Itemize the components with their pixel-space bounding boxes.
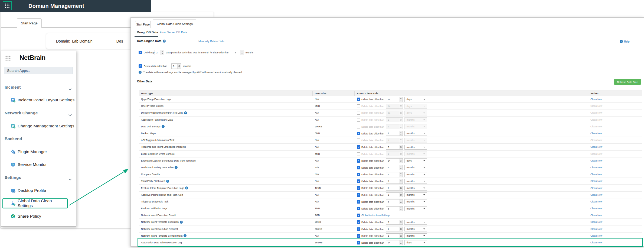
menu-section-network-change[interactable]: Network Change <box>1 107 76 120</box>
days-value-input[interactable] <box>386 234 399 238</box>
stepper-arrows-icon[interactable] <box>161 50 164 55</box>
info-icon[interactable]: i <box>166 180 169 183</box>
info-icon[interactable]: i <box>184 111 187 114</box>
stepper-arrows-icon[interactable] <box>399 97 403 102</box>
manually-delete-data-link[interactable]: Manually Delete Data <box>198 40 224 43</box>
days-value-input[interactable] <box>386 145 399 149</box>
auto-clean-checkbox[interactable] <box>357 118 360 122</box>
auto-clean-checkbox[interactable] <box>357 193 360 197</box>
auto-clean-checkbox[interactable] <box>357 98 360 101</box>
rule1-months-input[interactable] <box>233 50 240 55</box>
unit-select[interactable]: months <box>404 206 427 211</box>
unit-select[interactable]: months <box>404 227 427 231</box>
clean-now-link[interactable]: Clean Now <box>590 180 602 182</box>
stepper-arrows-icon[interactable] <box>399 234 403 238</box>
unit-select[interactable]: months <box>404 192 427 197</box>
rule2-value-input[interactable] <box>172 64 177 69</box>
days-value-input[interactable] <box>386 220 399 224</box>
unit-select[interactable]: months <box>404 172 427 177</box>
menu-section-incident[interactable]: Incident <box>1 81 76 94</box>
info-icon[interactable]: i <box>175 166 178 169</box>
auto-clean-checkbox[interactable] <box>357 145 360 149</box>
clean-now-link[interactable]: Clean Now <box>590 146 602 148</box>
unit-select[interactable]: months <box>404 145 427 150</box>
unit-select[interactable]: days <box>404 158 427 163</box>
sidebar-item-desktop-profile[interactable]: ✓Desktop Profile <box>1 184 76 197</box>
days-value-input[interactable] <box>386 186 399 190</box>
rule1-checkbox[interactable] <box>139 51 142 54</box>
menu-grid-icon[interactable] <box>5 55 11 62</box>
clean-now-link[interactable]: Clean Now <box>590 194 602 196</box>
clean-now-link[interactable]: Clean Now <box>590 241 602 244</box>
clean-now-link[interactable]: Clean Now <box>590 166 602 169</box>
sidebar-item-incident-portal-layout-settings[interactable]: ✓Incident Portal Layout Settings <box>1 94 76 107</box>
clean-now-link[interactable]: Clean Now <box>590 187 602 189</box>
unit-select[interactable]: months <box>404 131 427 136</box>
clean-now-link[interactable]: Clean Now <box>590 200 602 203</box>
unit-select[interactable]: months <box>404 199 427 204</box>
unit-select[interactable]: months <box>404 179 427 184</box>
sidebar-item-share-policy[interactable]: Share Policy <box>1 210 76 223</box>
help-link[interactable]: ? Help <box>620 40 630 43</box>
info-icon[interactable]: i <box>185 186 188 189</box>
auto-clean-checkbox[interactable] <box>357 111 360 115</box>
auto-clean-checkbox[interactable] <box>357 186 360 190</box>
auto-clean-checkbox[interactable] <box>357 152 360 156</box>
unit-select[interactable]: months <box>404 220 427 225</box>
unit-select[interactable]: months <box>404 233 427 238</box>
info-icon[interactable]: i <box>184 234 187 237</box>
auto-clean-checkbox[interactable] <box>357 220 360 224</box>
tab-start-page[interactable]: Start Page <box>135 21 151 28</box>
clean-now-link[interactable]: Clean Now <box>590 132 602 135</box>
chevron-down-icon[interactable] <box>68 112 72 117</box>
auto-clean-checkbox[interactable] <box>357 125 360 128</box>
rule2-checkbox[interactable] <box>139 64 142 68</box>
days-value-input[interactable] <box>386 240 399 245</box>
stepper-arrows-icon[interactable] <box>399 179 403 183</box>
clean-now-link[interactable]: Clean Now <box>590 159 602 162</box>
auto-clean-checkbox[interactable] <box>357 214 360 217</box>
stepper-arrows-icon[interactable] <box>399 145 403 149</box>
chevron-down-icon[interactable] <box>68 86 72 91</box>
clean-now-link[interactable]: Clean Now <box>590 207 602 210</box>
stepper-arrows-icon[interactable] <box>399 193 403 197</box>
auto-clean-checkbox[interactable] <box>357 207 360 210</box>
days-value-input[interactable] <box>386 165 399 170</box>
days-value-input[interactable] <box>386 97 399 102</box>
clean-now-link[interactable]: Clean Now <box>590 98 602 101</box>
tab-global-data-clean-settings[interactable]: Global Data Clean Settings × <box>153 20 196 28</box>
auto-clean-checkbox[interactable] <box>357 173 360 176</box>
stepper-arrows-icon[interactable] <box>399 186 403 190</box>
days-value-input[interactable] <box>386 227 399 231</box>
info-icon[interactable]: i <box>162 125 165 128</box>
tab-start-page-back[interactable]: Start Page <box>17 18 42 28</box>
days-value-input[interactable] <box>386 172 399 177</box>
auto-clean-checkbox[interactable] <box>357 139 360 142</box>
stepper-arrows-icon[interactable] <box>399 131 403 136</box>
stepper-arrows-icon[interactable] <box>399 172 403 177</box>
sidebar-item-change-management-settings[interactable]: ✓Change Management Settings <box>1 120 76 133</box>
auto-clean-checkbox[interactable] <box>357 234 360 238</box>
days-value-input[interactable] <box>386 207 399 211</box>
auto-clean-checkbox[interactable] <box>357 241 360 244</box>
sidebar-item-global-data-clean-settings[interactable]: ✓Global Data Clean Settings <box>1 197 76 210</box>
auto-clean-checkbox[interactable] <box>357 159 360 163</box>
auto-clean-checkbox[interactable] <box>357 166 360 169</box>
info-icon[interactable]: i <box>163 40 166 43</box>
stepper-arrows-icon[interactable] <box>399 207 403 211</box>
menu-section-settings[interactable]: Settings <box>1 171 76 184</box>
unit-select[interactable]: days <box>404 97 427 102</box>
sidebar-item-service-monitor[interactable]: Service Monitor <box>1 158 76 171</box>
stepper-arrows-icon[interactable] <box>399 159 403 163</box>
info-icon[interactable]: i <box>180 221 183 224</box>
stepper-arrows-icon[interactable] <box>399 199 403 204</box>
clean-now-link[interactable]: Clean Now <box>590 173 602 176</box>
days-value-input[interactable] <box>386 199 399 204</box>
sidebar-item-plugin-manager[interactable]: Plugin Manager <box>1 145 76 158</box>
chevron-down-icon[interactable] <box>68 177 72 182</box>
auto-clean-checkbox[interactable] <box>357 200 360 204</box>
global-auto-clean-settings-link[interactable]: Global Auto-clean Settings <box>361 214 390 217</box>
days-value-input[interactable] <box>386 159 399 163</box>
search-apps-input[interactable] <box>4 67 73 74</box>
refresh-data-size-button[interactable]: Refresh Data Size <box>614 79 641 85</box>
